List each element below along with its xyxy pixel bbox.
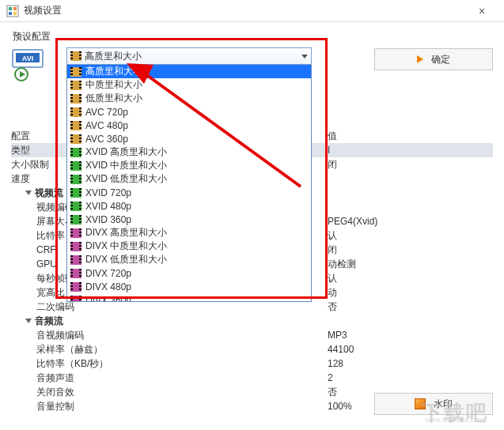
dropdown-item[interactable]: XVID 480p <box>67 199 311 213</box>
dropdown-item[interactable]: AVC 720p <box>67 105 311 119</box>
property-value: I <box>328 145 493 156</box>
property-value: 128 <box>328 358 493 369</box>
film-icon <box>70 67 81 77</box>
property-row[interactable]: 音视频编码MP3 <box>11 328 493 342</box>
dropdown-item[interactable]: XVID 720p <box>67 186 311 199</box>
property-key: 音频声道 <box>11 372 328 385</box>
dropdown-item-label: XVID 高质里和大小 <box>85 145 167 159</box>
film-icon <box>70 202 81 211</box>
svg-text:AVI: AVI <box>22 55 33 62</box>
dropdown-item[interactable]: AVC 360p <box>67 132 311 145</box>
chevron-down-icon <box>301 55 308 58</box>
film-icon <box>70 255 81 265</box>
dropdown-list: 高质里和大小中质里和大小低质里和大小AVC 720pAVC 480pAVC 36… <box>66 65 312 302</box>
dropdown-item-label: DIVX 720p <box>85 268 131 279</box>
dropdown-item-label: 低质里和大小 <box>85 92 142 105</box>
watermark-button[interactable]: 水印 <box>374 393 493 415</box>
film-icon <box>70 296 81 303</box>
property-value: 动 <box>328 286 493 300</box>
dropdown-item-label: 高质里和大小 <box>85 65 142 78</box>
property-value: 44100 <box>328 344 493 355</box>
film-icon <box>70 215 81 224</box>
property-value: 动检测 <box>328 258 493 271</box>
dropdown-item[interactable]: 低质里和大小 <box>67 92 311 105</box>
dropdown-item-label: XVID 低质里和大小 <box>85 172 167 186</box>
ok-button-label: 确定 <box>431 53 450 66</box>
property-value: 2 <box>328 372 493 383</box>
dropdown-item[interactable]: DIVX 低质里和大小 <box>67 253 311 266</box>
property-value: MP3 <box>328 330 493 341</box>
dropdown-item-label: AVC 720p <box>85 107 128 118</box>
watermark-icon <box>415 398 426 409</box>
film-icon <box>70 134 81 144</box>
film-icon <box>70 161 81 171</box>
film-icon <box>70 269 81 278</box>
property-row[interactable]: 比特率（KB/秒）128 <box>11 356 493 371</box>
property-value: 闭 <box>328 158 493 172</box>
svg-rect-4 <box>13 12 17 15</box>
titlebar: 视频设置 × <box>0 0 504 22</box>
dropdown-item-label: XVID 480p <box>85 201 131 212</box>
film-icon <box>70 121 81 130</box>
property-value: 否 <box>328 300 493 314</box>
expand-icon <box>25 190 32 195</box>
property-key: 二次编码 <box>11 300 328 314</box>
film-icon <box>70 175 81 184</box>
film-icon <box>70 81 81 90</box>
dropdown-item[interactable]: AVC 480p <box>67 119 311 132</box>
dropdown-selected-label: 高质里和大小 <box>85 50 142 63</box>
dropdown-item-label: XVID 中质里和大小 <box>85 159 167 172</box>
film-icon <box>70 108 81 117</box>
app-icon <box>6 5 19 17</box>
property-row[interactable]: 音频声道2 <box>11 371 493 385</box>
dropdown-item[interactable]: DIVX 中质里和大小 <box>67 240 311 253</box>
dropdown-item[interactable]: XVID 低质里和大小 <box>67 172 311 186</box>
preset-label: 预设配置 <box>13 30 493 43</box>
property-row[interactable]: 采样率（赫兹）44100 <box>11 342 493 356</box>
dropdown-item-label: DIVX 360p <box>85 295 131 303</box>
dropdown-item[interactable]: XVID 中质里和大小 <box>67 159 311 172</box>
dropdown-item-label: AVC 360p <box>85 134 128 145</box>
svg-rect-1 <box>9 7 12 10</box>
ok-button[interactable]: 确定 <box>374 48 493 70</box>
property-key: 比特率（KB/秒） <box>11 357 328 371</box>
property-key: 音视频编码 <box>11 329 328 342</box>
arrow-right-icon <box>417 55 423 63</box>
dropdown-selected[interactable]: 高质里和大小 <box>66 47 312 65</box>
avi-icon: AVI <box>11 48 44 81</box>
dropdown-item[interactable]: 中质里和大小 <box>67 78 311 92</box>
dropdown-item[interactable]: XVID 高质里和大小 <box>67 145 311 159</box>
close-icon[interactable]: × <box>466 5 498 17</box>
film-icon <box>70 94 81 104</box>
preset-dropdown[interactable]: 高质里和大小 高质里和大小中质里和大小低质里和大小AVC 720pAVC 480… <box>66 47 312 302</box>
expand-icon <box>25 319 32 323</box>
property-row[interactable]: 音频流 <box>11 314 493 328</box>
dropdown-item[interactable]: 高质里和大小 <box>67 65 311 78</box>
dropdown-item[interactable]: DIVX 高质里和大小 <box>67 226 311 240</box>
film-icon <box>70 51 81 61</box>
film-icon <box>70 282 81 292</box>
property-key: 采样率（赫兹） <box>11 343 328 356</box>
film-icon <box>70 228 81 238</box>
property-value: 认 <box>328 229 493 243</box>
property-key: 音频流 <box>11 315 328 328</box>
film-icon <box>70 242 81 251</box>
dropdown-item[interactable]: DIVX 360p <box>67 293 311 302</box>
svg-rect-2 <box>13 7 17 10</box>
svg-rect-3 <box>9 12 12 15</box>
dropdown-item-label: AVC 480p <box>85 120 128 131</box>
property-value: 值 <box>328 130 493 143</box>
dropdown-item-label: DIVX 高质里和大小 <box>85 226 167 240</box>
dropdown-item-label: XVID 360p <box>85 214 131 225</box>
property-value: 闭 <box>328 243 493 257</box>
dropdown-item[interactable]: DIVX 480p <box>67 280 311 293</box>
dropdown-item-label: DIVX 中质里和大小 <box>85 240 167 253</box>
property-value: 认 <box>328 272 493 285</box>
film-icon <box>70 148 81 157</box>
dropdown-item[interactable]: DIVX 720p <box>67 266 311 280</box>
dropdown-item-label: 中质里和大小 <box>85 78 142 92</box>
dropdown-item[interactable]: XVID 360p <box>67 213 311 226</box>
dropdown-item-label: DIVX 低质里和大小 <box>85 253 167 266</box>
dropdown-item-label: XVID 720p <box>85 187 131 198</box>
property-key: 关闭音效 <box>11 386 328 399</box>
